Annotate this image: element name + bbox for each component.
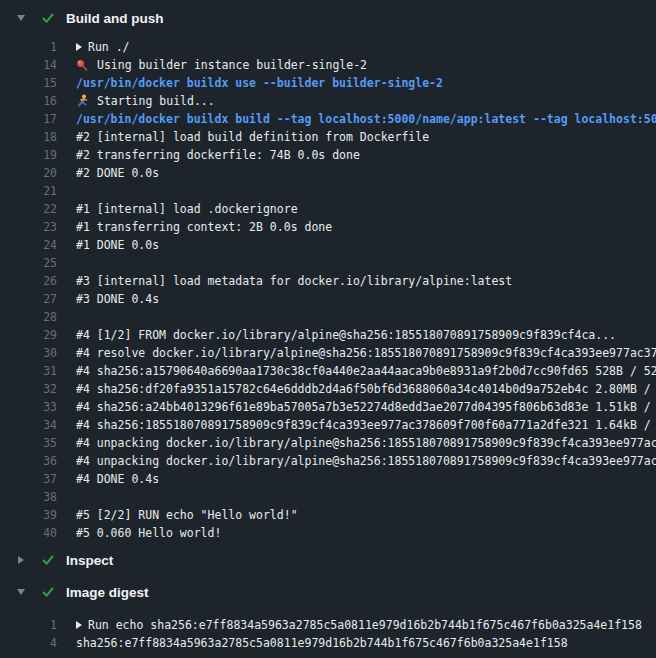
log-line-number[interactable]: 27 bbox=[0, 290, 57, 308]
section-image-digest: Image digest1Run echo sha256:e7ff8834a59… bbox=[0, 576, 656, 652]
log-line-number[interactable]: 21 bbox=[0, 182, 57, 200]
log-text: Starting build... bbox=[97, 92, 215, 110]
log-line: 34#4 sha256:185518070891758909c9f839cf4c… bbox=[0, 416, 656, 434]
play-expand-icon[interactable] bbox=[76, 43, 88, 51]
log-line-number[interactable]: 25 bbox=[0, 254, 57, 272]
section-log: 1Run ./14Using builder instance builder-… bbox=[0, 38, 656, 542]
log-line-text: #5 0.060 Hello world! bbox=[57, 524, 656, 542]
log-line-number[interactable]: 20 bbox=[0, 164, 57, 182]
log-line-number[interactable]: 19 bbox=[0, 146, 57, 164]
log-line: 1Run ./ bbox=[0, 38, 656, 56]
log-line-number[interactable]: 1 bbox=[0, 38, 57, 56]
log-line-number[interactable]: 34 bbox=[0, 416, 57, 434]
success-check-icon bbox=[41, 553, 55, 567]
play-triangle bbox=[76, 43, 82, 51]
log-text: #1 transferring context: 2B 0.0s done bbox=[76, 218, 332, 236]
toggle-triangle bbox=[18, 556, 24, 564]
log-line: 32#4 sha256:df20fa9351a15782c64e6dddb2d4… bbox=[0, 380, 656, 398]
log-line-text: #3 [internal] load metadata for docker.i… bbox=[57, 272, 656, 290]
log-line: 20#2 DONE 0.0s bbox=[0, 164, 656, 182]
log-line-text: sha256:e7ff8834a5963a2785c5a0811e979d16b… bbox=[57, 634, 656, 652]
log-line-number[interactable]: 17 bbox=[0, 110, 57, 128]
log-line: 37#4 DONE 0.4s bbox=[0, 470, 656, 488]
log-text: Run ./ bbox=[88, 38, 130, 56]
log-line-number[interactable]: 15 bbox=[0, 74, 57, 92]
log-line-text: Starting build... bbox=[57, 92, 656, 110]
log-line-text: #1 DONE 0.0s bbox=[57, 236, 656, 254]
log-line: 18#2 [internal] load build definition fr… bbox=[0, 128, 656, 146]
log-line: 36#4 unpacking docker.io/library/alpine@… bbox=[0, 452, 656, 470]
section-inspect: Inspect bbox=[0, 544, 656, 576]
log-text: #5 [2/2] RUN echo "Hello world!" bbox=[76, 506, 298, 524]
section-header-build-and-push[interactable]: Build and push bbox=[0, 2, 656, 34]
log-line: 30#4 resolve docker.io/library/alpine@sh… bbox=[0, 344, 656, 362]
log-line-number[interactable]: 36 bbox=[0, 452, 57, 470]
log-line: 15/usr/bin/docker buildx use --builder b… bbox=[0, 74, 656, 92]
log-line-text: #1 [internal] load .dockerignore bbox=[57, 200, 656, 218]
log-line: 14Using builder instance builder-single-… bbox=[0, 56, 656, 74]
log-line-text: #1 transferring context: 2B 0.0s done bbox=[57, 218, 656, 236]
section-build-and-push: Build and push1Run ./14Using builder ins… bbox=[0, 2, 656, 542]
log-text: /usr/bin/docker buildx use --builder bui… bbox=[76, 74, 443, 92]
chevron-right-icon[interactable] bbox=[16, 556, 26, 564]
log-line-text: #4 DONE 0.4s bbox=[57, 470, 656, 488]
log-line-text: Run ./ bbox=[57, 38, 656, 56]
log-text: #4 resolve docker.io/library/alpine@sha2… bbox=[76, 344, 656, 362]
log-line-text: #4 unpacking docker.io/library/alpine@sh… bbox=[57, 434, 656, 452]
log-text: sha256:e7ff8834a5963a2785c5a0811e979d16b… bbox=[76, 634, 568, 652]
log-line-number[interactable]: 33 bbox=[0, 398, 57, 416]
log-line-number[interactable]: 18 bbox=[0, 128, 57, 146]
log-line: 38 bbox=[0, 488, 656, 506]
log-line-number[interactable]: 16 bbox=[0, 92, 57, 110]
section-header-inspect[interactable]: Inspect bbox=[0, 544, 656, 576]
log-line-number[interactable]: 37 bbox=[0, 470, 57, 488]
log-line-number[interactable]: 28 bbox=[0, 308, 57, 326]
pushpin-icon bbox=[76, 59, 97, 72]
log-line: 24#1 DONE 0.0s bbox=[0, 236, 656, 254]
log-line-number[interactable]: 22 bbox=[0, 200, 57, 218]
log-line-text: #4 unpacking docker.io/library/alpine@sh… bbox=[57, 452, 656, 470]
log-line-number[interactable]: 14 bbox=[0, 56, 57, 74]
success-check-icon bbox=[41, 585, 55, 599]
log-text: #1 [internal] load .dockerignore bbox=[76, 200, 298, 218]
log-line: 35#4 unpacking docker.io/library/alpine@… bbox=[0, 434, 656, 452]
log-line-number[interactable]: 40 bbox=[0, 524, 57, 542]
log-line: 27#3 DONE 0.4s bbox=[0, 290, 656, 308]
log-line-number[interactable]: 4 bbox=[0, 634, 57, 652]
section-header-image-digest[interactable]: Image digest bbox=[0, 576, 656, 608]
log-line: 17/usr/bin/docker buildx build --tag loc… bbox=[0, 110, 656, 128]
log-line-text: #4 sha256:a15790640a6690aa1730c38cf0a440… bbox=[57, 362, 656, 380]
log-line: 16Starting build... bbox=[0, 92, 656, 110]
log-line-number[interactable]: 1 bbox=[0, 616, 57, 634]
log-line-number[interactable]: 32 bbox=[0, 380, 57, 398]
log-line-number[interactable]: 38 bbox=[0, 488, 57, 506]
log-line-number[interactable]: 39 bbox=[0, 506, 57, 524]
log-line-number[interactable]: 35 bbox=[0, 434, 57, 452]
log-line-text: #4 sha256:185518070891758909c9f839cf4ca3… bbox=[57, 416, 656, 434]
log-line-text: #5 [2/2] RUN echo "Hello world!" bbox=[57, 506, 656, 524]
log-line-number[interactable]: 29 bbox=[0, 326, 57, 344]
log-line: 25 bbox=[0, 254, 656, 272]
log-line-number[interactable]: 31 bbox=[0, 362, 57, 380]
log-line-text: #2 DONE 0.0s bbox=[57, 164, 656, 182]
chevron-down-icon[interactable] bbox=[16, 589, 26, 595]
log-line-number[interactable]: 26 bbox=[0, 272, 57, 290]
log-text: #4 sha256:185518070891758909c9f839cf4ca3… bbox=[76, 416, 656, 434]
log-line-text bbox=[57, 182, 656, 200]
log-line-number[interactable]: 24 bbox=[0, 236, 57, 254]
toggle-triangle bbox=[17, 15, 25, 21]
log-text: #5 0.060 Hello world! bbox=[76, 524, 221, 542]
log-text: #4 [1/2] FROM docker.io/library/alpine@s… bbox=[76, 326, 616, 344]
runner-icon bbox=[76, 94, 97, 108]
chevron-down-icon[interactable] bbox=[16, 15, 26, 21]
log-text: #3 [internal] load metadata for docker.i… bbox=[76, 272, 512, 290]
play-expand-icon[interactable] bbox=[76, 621, 88, 629]
log-line: 26#3 [internal] load metadata for docker… bbox=[0, 272, 656, 290]
log-line-number[interactable]: 23 bbox=[0, 218, 57, 236]
log-line-number[interactable]: 30 bbox=[0, 344, 57, 362]
log-text: /usr/bin/docker buildx build --tag local… bbox=[76, 110, 656, 128]
log-line: 40#5 0.060 Hello world! bbox=[0, 524, 656, 542]
log-text: #4 unpacking docker.io/library/alpine@sh… bbox=[76, 434, 656, 452]
log-line: 33#4 sha256:a24bb4013296f61e89ba57005a7b… bbox=[0, 398, 656, 416]
toggle-triangle bbox=[17, 589, 25, 595]
